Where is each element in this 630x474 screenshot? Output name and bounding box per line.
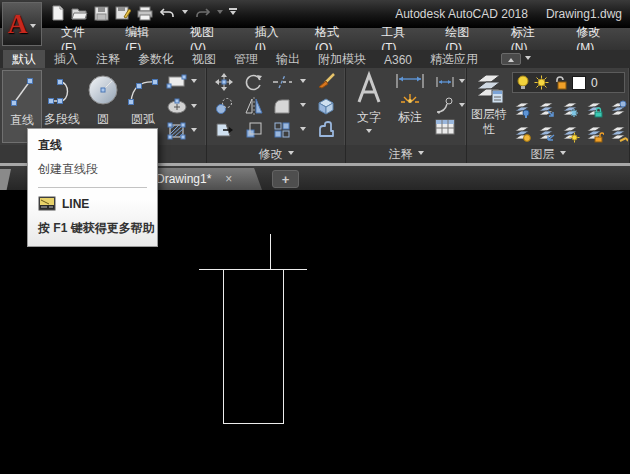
copy-icon bbox=[214, 96, 234, 116]
plot-icon[interactable] bbox=[137, 6, 153, 21]
layer-lock-icon[interactable] bbox=[584, 99, 604, 119]
linear-dimension-dropdown-icon[interactable] bbox=[459, 79, 465, 86]
polyline-icon bbox=[45, 70, 79, 110]
save-as-icon[interactable] bbox=[115, 5, 131, 21]
hatch-dropdown-icon[interactable] bbox=[191, 128, 197, 135]
close-tab-icon[interactable]: × bbox=[225, 173, 232, 185]
layer-unlock-tool-icon[interactable] bbox=[584, 123, 604, 143]
panel-annotate-label-row[interactable]: 注释 bbox=[346, 145, 466, 163]
layer-merge-icon[interactable] bbox=[608, 123, 628, 143]
autocad-window: Autodesk AutoCAD 2018 Drawing1.dwg A 文件(… bbox=[0, 0, 630, 474]
leader-button[interactable] bbox=[434, 97, 465, 115]
ribbon-tab-featured-apps[interactable]: 精选应用 bbox=[421, 50, 487, 68]
fillet-tool-button[interactable] bbox=[271, 95, 293, 117]
trim-tool-button[interactable] bbox=[271, 71, 293, 93]
autocad-logo: A bbox=[8, 11, 28, 38]
rectangle-icon bbox=[166, 74, 188, 90]
array-icon bbox=[272, 120, 292, 140]
linear-dimension-button[interactable] bbox=[434, 75, 465, 89]
panel-layers-label: 图层 bbox=[531, 146, 555, 163]
ribbon-tab-parametric[interactable]: 参数化 bbox=[129, 50, 183, 68]
panel-layers-label-row[interactable]: 图层 bbox=[467, 145, 629, 163]
plus-icon: + bbox=[282, 173, 290, 186]
layer-match-icon[interactable] bbox=[608, 99, 628, 119]
circle-icon bbox=[86, 70, 120, 110]
hatch-tool-button[interactable] bbox=[166, 121, 197, 141]
customize-toolbar-icon[interactable] bbox=[229, 8, 237, 18]
panel-layers: 图层特性 0 bbox=[467, 68, 630, 163]
new-file-icon[interactable] bbox=[50, 5, 65, 21]
text-dropdown-icon[interactable] bbox=[366, 129, 372, 136]
layer-make-current-icon[interactable] bbox=[536, 99, 556, 119]
drawn-line bbox=[270, 234, 271, 270]
copy-tool-button[interactable] bbox=[213, 95, 235, 117]
ribbon-minimize-button[interactable] bbox=[501, 50, 531, 68]
region-icon bbox=[315, 119, 337, 141]
ribbon-tab-bar: 默认 插入 注释 参数化 视图 管理 输出 附加模块 A360 精选应用 bbox=[0, 50, 630, 68]
layer-properties-label: 图层特性 bbox=[471, 107, 507, 137]
drawn-line bbox=[223, 270, 224, 423]
text-tool-button[interactable]: 文字 bbox=[350, 70, 388, 143]
rotate-tool-button[interactable] bbox=[243, 71, 265, 93]
match-properties-button[interactable] bbox=[315, 71, 337, 93]
app-menu-dropdown-icon bbox=[30, 24, 36, 31]
layer-off-icon[interactable] bbox=[512, 123, 532, 143]
layer-previous-icon[interactable] bbox=[536, 123, 556, 143]
explode-tool-button[interactable] bbox=[315, 95, 337, 117]
application-menu-button[interactable]: A bbox=[2, 2, 42, 46]
ellipse-dropdown-icon[interactable] bbox=[191, 104, 197, 111]
ribbon-tab-addins[interactable]: 附加模块 bbox=[309, 50, 375, 68]
array-tool-button[interactable] bbox=[271, 119, 293, 141]
tooltip-title: 直线 bbox=[38, 137, 147, 154]
start-tab-fragment[interactable] bbox=[0, 169, 11, 190]
undo-icon[interactable] bbox=[159, 6, 176, 20]
tooltip-command: LINE bbox=[62, 197, 89, 211]
dimension-tool-label: 标注 bbox=[398, 109, 422, 126]
dimension-tool-button[interactable]: 标注 bbox=[390, 70, 430, 143]
scale-tool-button[interactable] bbox=[243, 119, 265, 141]
ribbon-tab-a360[interactable]: A360 bbox=[375, 50, 421, 68]
ribbon-tab-annotate[interactable]: 注释 bbox=[87, 50, 129, 68]
panel-modify-label: 修改 bbox=[259, 146, 283, 163]
new-drawing-tab-button[interactable]: + bbox=[272, 170, 299, 188]
line-tool-label: 直线 bbox=[10, 112, 34, 129]
ellipse-tool-button[interactable] bbox=[166, 98, 197, 116]
leader-dropdown-icon[interactable] bbox=[459, 103, 465, 110]
redo-icon[interactable] bbox=[194, 6, 211, 20]
open-file-icon[interactable] bbox=[71, 5, 88, 21]
panel-modify-label-row[interactable]: 修改 bbox=[207, 145, 345, 163]
layer-freeze-icon[interactable] bbox=[560, 99, 580, 119]
tooltip-divider bbox=[38, 187, 147, 188]
ribbon-tab-output[interactable]: 输出 bbox=[267, 50, 309, 68]
match-properties-icon bbox=[315, 71, 337, 93]
move-tool-button[interactable] bbox=[213, 71, 235, 93]
redo-dropdown-icon[interactable] bbox=[217, 10, 223, 17]
trim-dropdown-icon[interactable] bbox=[300, 79, 306, 86]
rectangle-dropdown-icon[interactable] bbox=[191, 79, 197, 86]
ribbon-tab-home[interactable]: 默认 bbox=[3, 50, 45, 68]
layer-isolate-icon[interactable] bbox=[512, 99, 532, 119]
region-tool-button[interactable] bbox=[315, 119, 337, 141]
ribbon-tab-insert[interactable]: 插入 bbox=[45, 50, 87, 68]
panel-modify-expand-icon bbox=[288, 151, 294, 158]
hatch-icon bbox=[166, 121, 188, 141]
table-button[interactable] bbox=[434, 118, 456, 136]
rotate-icon bbox=[244, 72, 264, 92]
array-dropdown-icon[interactable] bbox=[300, 127, 306, 134]
layer-on-bulb-icon bbox=[517, 75, 529, 90]
fillet-dropdown-icon[interactable] bbox=[300, 103, 306, 110]
stretch-tool-button[interactable] bbox=[213, 119, 235, 141]
mirror-tool-button[interactable] bbox=[243, 95, 265, 117]
leader-icon bbox=[434, 97, 456, 115]
text-tool-label: 文字 bbox=[357, 109, 381, 126]
layer-thaw-icon[interactable] bbox=[560, 123, 580, 143]
save-icon[interactable] bbox=[94, 6, 109, 21]
layer-freeze-sun-icon bbox=[534, 75, 549, 90]
ribbon-tab-view[interactable]: 视图 bbox=[183, 50, 225, 68]
ribbon-tab-manage[interactable]: 管理 bbox=[225, 50, 267, 68]
layer-select-dropdown[interactable]: 0 bbox=[512, 72, 625, 93]
undo-dropdown-icon[interactable] bbox=[182, 10, 188, 17]
layer-properties-button[interactable]: 图层特性 bbox=[469, 70, 509, 143]
rectangle-tool-button[interactable] bbox=[166, 74, 197, 90]
stretch-icon bbox=[214, 120, 234, 140]
